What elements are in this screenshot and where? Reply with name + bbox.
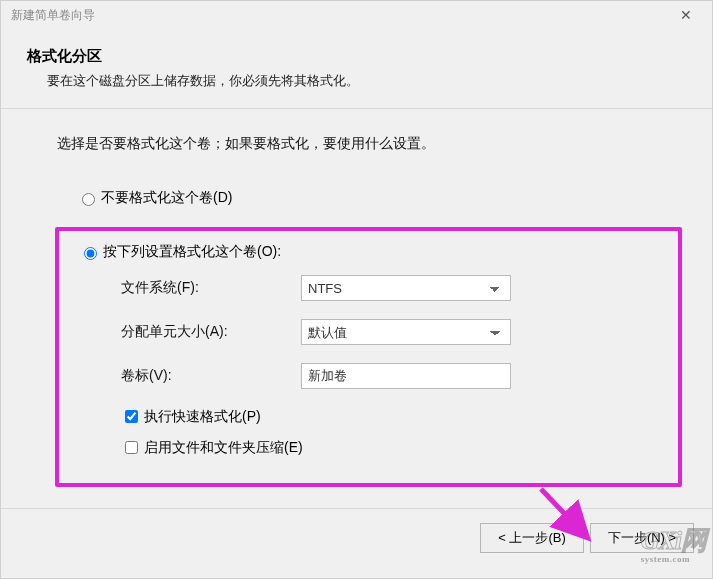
field-row-volumelabel: 卷标(V): — [121, 363, 666, 389]
radio-format[interactable] — [84, 247, 97, 260]
checkbox-compression[interactable] — [125, 441, 138, 454]
option-format-row: 按下列设置格式化这个卷(O): — [65, 243, 666, 261]
wizard-window: 新建简单卷向导 ✕ 格式化分区 要在这个磁盘分区上储存数据，你必须先将其格式化。… — [0, 0, 713, 579]
titlebar: 新建简单卷向导 ✕ — [1, 1, 712, 29]
radio-format-label[interactable]: 按下列设置格式化这个卷(O): — [103, 243, 281, 261]
checkbox-compression-label[interactable]: 启用文件和文件夹压缩(E) — [144, 439, 303, 457]
check-row-quickformat: 执行快速格式化(P) — [65, 407, 666, 426]
option-noformat-row: 不要格式化这个卷(D) — [57, 189, 670, 207]
filesystem-label: 文件系统(F): — [121, 279, 301, 297]
format-fields: 文件系统(F): NTFS 分配单元大小(A): 默认值 卷标(V): — [65, 275, 666, 389]
allocation-label: 分配单元大小(A): — [121, 323, 301, 341]
filesystem-select[interactable]: NTFS — [301, 275, 511, 301]
volumelabel-input[interactable] — [301, 363, 511, 389]
back-button[interactable]: < 上一步(B) — [480, 523, 584, 553]
radio-noformat[interactable] — [82, 193, 95, 206]
page-title: 格式化分区 — [27, 47, 712, 66]
instruction-text: 选择是否要格式化这个卷；如果要格式化，要使用什么设置。 — [57, 135, 670, 153]
field-row-allocation: 分配单元大小(A): 默认值 — [121, 319, 666, 345]
close-icon: ✕ — [680, 7, 692, 23]
page-subtitle: 要在这个磁盘分区上储存数据，你必须先将其格式化。 — [27, 72, 712, 90]
annotation-highlight: 按下列设置格式化这个卷(O): 文件系统(F): NTFS 分配单元大小(A):… — [55, 227, 682, 487]
field-row-filesystem: 文件系统(F): NTFS — [121, 275, 666, 301]
wizard-header: 格式化分区 要在这个磁盘分区上储存数据，你必须先将其格式化。 — [1, 29, 712, 109]
close-button[interactable]: ✕ — [668, 3, 704, 27]
checkbox-quickformat-label[interactable]: 执行快速格式化(P) — [144, 408, 261, 426]
next-button[interactable]: 下一步(N) > — [590, 523, 694, 553]
radio-noformat-label[interactable]: 不要格式化这个卷(D) — [101, 189, 232, 207]
wizard-body: 选择是否要格式化这个卷；如果要格式化，要使用什么设置。 不要格式化这个卷(D) … — [1, 109, 712, 487]
allocation-select[interactable]: 默认值 — [301, 319, 511, 345]
check-row-compression: 启用文件和文件夹压缩(E) — [65, 438, 666, 457]
window-title: 新建简单卷向导 — [11, 7, 668, 24]
volumelabel-label: 卷标(V): — [121, 367, 301, 385]
checkbox-quickformat[interactable] — [125, 410, 138, 423]
wizard-footer: < 上一步(B) 下一步(N) > — [1, 508, 712, 566]
